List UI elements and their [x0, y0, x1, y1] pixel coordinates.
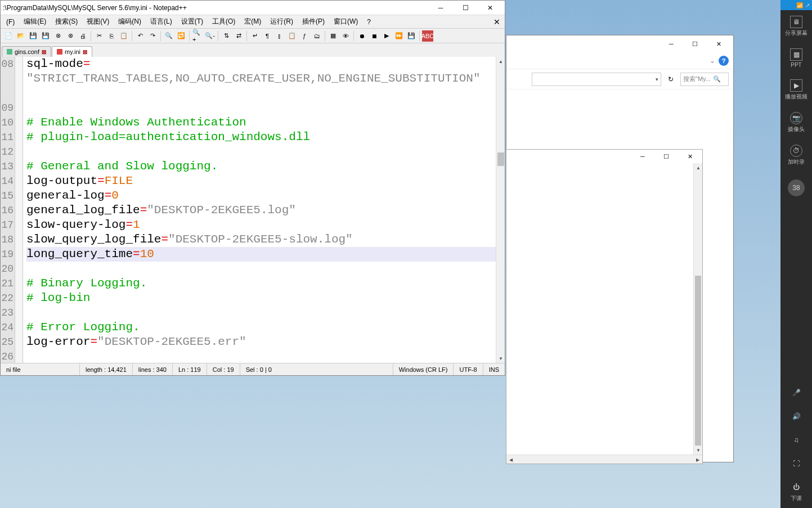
menu-plugins[interactable]: 插件(P) [298, 16, 329, 28]
close-file-icon[interactable]: ⊗ [52, 30, 64, 42]
share-screen-button[interactable]: 🖥 分享屏幕 [780, 10, 812, 43]
redo-icon[interactable]: ↷ [147, 30, 158, 42]
maximize-button[interactable]: ☐ [687, 38, 703, 50]
spellcheck-icon[interactable]: ABC [422, 30, 433, 42]
volume-button[interactable]: 🔊 [780, 404, 812, 428]
search-input[interactable]: 搜索"My... 🔍 [680, 73, 729, 86]
menu-help[interactable]: ? [362, 17, 375, 27]
scroll-down-arrow-icon[interactable]: ▼ [496, 354, 505, 363]
signal-icon: 📶 [796, 2, 803, 8]
exit-class-button[interactable]: ⏻ 下课 [780, 475, 812, 508]
zoom-in-icon[interactable]: 🔍+ [192, 30, 203, 42]
fast-forward-icon[interactable]: ⏩ [393, 30, 405, 42]
new-file-icon[interactable]: 📄 [3, 30, 14, 42]
toolbar-separator [353, 31, 354, 41]
mic-button[interactable]: 🎤 [780, 381, 812, 404]
maximize-button[interactable]: ☐ [453, 1, 478, 15]
status-length: length : 14,421 [79, 363, 132, 375]
menu-edit[interactable]: 编辑(E) [19, 16, 51, 28]
minimize-button[interactable]: ─ [428, 1, 453, 15]
menu-view[interactable]: 视图(V) [82, 16, 114, 28]
count-badge: 38 [788, 179, 805, 196]
close-button[interactable]: ✕ [711, 38, 726, 50]
record-macro-icon[interactable]: ⏺ [356, 30, 367, 42]
cut-icon[interactable]: ✂ [93, 30, 105, 42]
save-icon[interactable]: 💾 [28, 30, 39, 42]
path-dropdown[interactable]: ▾ [532, 73, 661, 86]
stop-macro-icon[interactable]: ⏹ [369, 30, 380, 42]
microphone-icon: 🎤 [790, 386, 802, 399]
toolbar-separator [419, 31, 420, 41]
tab-close-icon[interactable]: ⊠ [42, 49, 46, 55]
vertical-scrollbar[interactable]: ▲ ▼ [496, 57, 505, 363]
find-icon[interactable]: 🔍 [163, 30, 174, 42]
print-icon[interactable]: 🖨 [77, 30, 88, 42]
menu-tools[interactable]: 工具(O) [208, 16, 240, 28]
open-file-icon[interactable]: 📂 [15, 30, 26, 42]
maximize-button[interactable]: ☐ [658, 151, 674, 162]
horizontal-scrollbar[interactable]: ◀ ▶ [506, 455, 702, 464]
badge-count[interactable]: 38 [780, 172, 812, 204]
folder-tree-icon[interactable]: 🗂 [311, 30, 322, 42]
scroll-down-arrow-icon[interactable]: ▼ [694, 446, 703, 455]
toolbar-separator [160, 31, 161, 41]
lang-tool-icon[interactable]: 📋 [286, 30, 298, 42]
menu-language[interactable]: 语言(L) [146, 16, 177, 28]
tab-nginx-conf[interactable]: gins.conf ⊠ [2, 46, 51, 57]
fold-margin[interactable] [15, 57, 23, 363]
paste-icon[interactable]: 📋 [118, 30, 129, 42]
copy-icon[interactable]: ⎘ [106, 30, 117, 42]
tab-my-ini[interactable]: my.ini ⊠ [52, 46, 92, 57]
save-all-icon[interactable]: 💾 [40, 30, 51, 42]
code-content[interactable]: sql-mode= "STRICT_TRANS_TABLES,NO_AUTO_C… [23, 57, 505, 363]
sync-h-icon[interactable]: ⇄ [233, 30, 244, 42]
save-macro-icon[interactable]: 💾 [406, 30, 417, 42]
minimize-button[interactable]: ─ [663, 38, 679, 50]
tab-close-icon[interactable]: ⊠ [83, 49, 87, 55]
close-button[interactable]: ✕ [682, 151, 698, 162]
vertical-scrollbar[interactable]: ▲ ▼ [693, 163, 702, 455]
scroll-left-arrow-icon[interactable]: ◀ [506, 455, 515, 464]
child-content-area[interactable]: ▲ ▼ ◀ ▶ [506, 163, 702, 464]
scrollbar-thumb[interactable] [497, 152, 504, 166]
monitor-icon[interactable]: 👁 [340, 30, 351, 42]
scroll-up-arrow-icon[interactable]: ▲ [496, 57, 505, 66]
menu-run[interactable]: 运行(R) [266, 16, 298, 28]
menu-encoding[interactable]: 编码(N) [114, 16, 146, 28]
camera-button[interactable]: 📷 摄像头 [780, 106, 812, 139]
show-all-chars-icon[interactable]: ¶ [262, 30, 273, 42]
camera-icon: 📷 [790, 112, 802, 124]
menu-window[interactable]: 窗口(W) [329, 16, 362, 28]
indent-guide-icon[interactable]: ⫿ [274, 30, 285, 42]
document-close-icon[interactable]: ✕ [490, 17, 504, 26]
menu-settings[interactable]: 设置(T) [177, 16, 208, 28]
undo-icon[interactable]: ↶ [134, 30, 146, 42]
wordwrap-icon[interactable]: ↵ [249, 30, 261, 42]
scroll-up-arrow-icon[interactable]: ▲ [694, 163, 703, 172]
timer-button[interactable]: ⏱ 加时录 [780, 139, 812, 172]
menu-macro[interactable]: 宏(M) [240, 16, 266, 28]
scrollbar-thumb[interactable] [695, 276, 701, 446]
fullscreen-button[interactable]: ⛶ [780, 452, 812, 475]
sync-v-icon[interactable]: ⇅ [221, 30, 232, 42]
editor-area[interactable]: 08 09 10 11 12 13 14 15 16 17 18 19 20 2… [1, 57, 505, 363]
function-list-icon[interactable]: ƒ [299, 30, 310, 42]
zoom-out-icon[interactable]: 🔍- [204, 30, 216, 42]
refresh-icon[interactable]: ↻ [665, 73, 677, 86]
close-all-icon[interactable]: ⊗ [65, 30, 76, 42]
music-button[interactable]: ♫ [780, 428, 812, 452]
help-icon[interactable]: ? [719, 56, 729, 66]
menu-search[interactable]: 搜索(S) [51, 16, 82, 28]
explorer-address-row: ▾ ↻ 搜索"My... 🔍 [506, 69, 733, 89]
play-video-button[interactable]: ▶ 播放视频 [780, 74, 812, 106]
ppt-button[interactable]: ▦ PPT [780, 43, 812, 74]
close-button[interactable]: ✕ [478, 1, 503, 15]
minimize-button[interactable]: ─ [635, 151, 651, 162]
replace-icon[interactable]: 🔁 [176, 30, 187, 42]
share-indicator[interactable]: 📶 ↗ [780, 0, 812, 10]
menu-file[interactable]: (F) [2, 17, 19, 27]
doc-map-icon[interactable]: ▦ [328, 30, 339, 42]
chevron-down-icon[interactable]: ⌄ [710, 57, 715, 65]
play-macro-icon[interactable]: ▶ [381, 30, 392, 42]
scroll-right-arrow-icon[interactable]: ▶ [693, 455, 702, 464]
